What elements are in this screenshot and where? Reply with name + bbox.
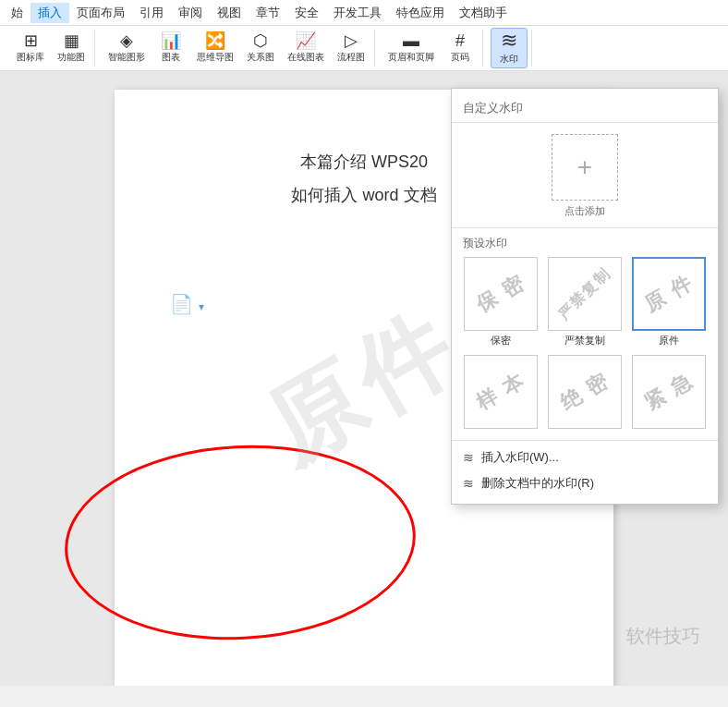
- function-map-icon: ▦: [64, 32, 79, 49]
- icon-library-icon: ⊞: [24, 32, 38, 49]
- mindmap-label: 思维导图: [197, 51, 234, 64]
- toolbar-btn-watermark[interactable]: ≋ 水印: [491, 28, 528, 68]
- preset-text-yuanjian: 原 件: [640, 269, 699, 319]
- preset-item-baomi[interactable]: 保 密 保密: [461, 257, 540, 347]
- menubar-item-chapter[interactable]: 章节: [249, 3, 287, 23]
- menubar-item-insert[interactable]: 插入: [30, 3, 69, 23]
- menubar-item-devtools[interactable]: 开发工具: [326, 3, 389, 23]
- preset-text-juemi: 绝 密: [555, 367, 614, 417]
- header-footer-label: 页眉和页脚: [388, 51, 434, 64]
- preset-text-yanjinfuzhi: 严禁复制: [554, 263, 615, 324]
- delete-watermark-label: 删除文档中的水印(R): [481, 475, 594, 492]
- chart-label: 图表: [162, 51, 180, 64]
- dropdown-divider: [452, 440, 718, 441]
- toolbar-btn-mindmap[interactable]: 🔀 思维导图: [191, 30, 239, 66]
- toolbar-group-icons: ⊞ 图标库 ▦ 功能图: [7, 30, 95, 67]
- preset-item-jinji[interactable]: 紧 急: [630, 355, 709, 429]
- preset-label-yanjinfuzhi: 严禁复制: [564, 334, 605, 347]
- menubar-item-review[interactable]: 审阅: [171, 3, 210, 23]
- preset-item-juemi[interactable]: 绝 密: [545, 355, 624, 429]
- menubar-item-assistant[interactable]: 文档助手: [452, 3, 515, 23]
- icon-library-label: 图标库: [17, 51, 44, 64]
- menubar-item-security[interactable]: 安全: [287, 3, 326, 23]
- preset-text-jinji: 紧 急: [640, 367, 699, 417]
- preset-item-yanjinfuzhi[interactable]: 严禁复制 严禁复制: [545, 257, 624, 347]
- preset-box-yuanjian: 原 件: [632, 257, 706, 331]
- preset-box-jinji: 紧 急: [632, 355, 706, 429]
- add-plus-icon: +: [577, 154, 592, 180]
- preset-box-yangben: 样 本: [464, 355, 538, 429]
- file-icon-symbol: 📄: [170, 294, 193, 314]
- chart-icon: 📊: [161, 32, 181, 49]
- add-watermark-label: 点击添加: [564, 204, 605, 218]
- watermark-icon: ≋: [501, 30, 517, 51]
- preset-box-juemi: 绝 密: [548, 355, 622, 429]
- relation-label: 关系图: [247, 51, 274, 64]
- preset-label-yuanjian: 原件: [659, 334, 679, 347]
- toolbar-btn-online-chart[interactable]: 📈 在线图表: [282, 30, 330, 66]
- custom-watermark-section: + 点击添加: [452, 130, 718, 228]
- add-watermark-button[interactable]: +: [552, 134, 618, 201]
- file-icon[interactable]: 📄 ▾: [170, 293, 204, 315]
- menubar-item-features[interactable]: 特色应用: [389, 3, 452, 23]
- watermark-label: 水印: [500, 53, 518, 66]
- toolbar-btn-smart-shape[interactable]: ◈ 智能图形: [103, 30, 151, 66]
- menubar-item-layout[interactable]: 页面布局: [69, 3, 132, 23]
- toolbar-btn-icon-library[interactable]: ⊞ 图标库: [11, 30, 50, 66]
- page-number-label: 页码: [451, 51, 469, 64]
- menubar-item-reference[interactable]: 引用: [132, 3, 171, 23]
- toolbar-row: ⊞ 图标库 ▦ 功能图 ◈ 智能图形 📊 图表 🔀 思维导图 ⬡: [7, 30, 721, 67]
- toolbar: ⊞ 图标库 ▦ 功能图 ◈ 智能图形 📊 图表 🔀 思维导图 ⬡: [0, 26, 728, 71]
- toolbar-btn-chart[interactable]: 📊 图表: [152, 30, 189, 66]
- insert-watermark-label: 插入水印(W)...: [481, 449, 559, 466]
- toolbar-btn-header-footer[interactable]: ▬ 页眉和页脚: [382, 30, 440, 66]
- menubar: 始 插入 页面布局 引用 审阅 视图 章节 安全 开发工具 特色应用 文档助手: [0, 0, 728, 26]
- flowchart-icon: ▷: [345, 32, 358, 49]
- flowchart-label: 流程图: [337, 51, 365, 64]
- toolbar-group-watermark: ≋ 水印: [487, 30, 532, 67]
- page-number-icon: #: [455, 32, 465, 49]
- dropdown-menu-delete-watermark[interactable]: ≋ 删除文档中的水印(R): [452, 470, 718, 496]
- delete-watermark-icon: ≋: [463, 476, 474, 491]
- dropdown-menu-insert-watermark[interactable]: ≋ 插入水印(W)...: [452, 445, 718, 470]
- smart-shape-icon: ◈: [120, 32, 133, 49]
- document-watermark: 原件: [245, 283, 483, 493]
- preset-box-yanjinfuzhi: 严禁复制: [548, 257, 622, 331]
- preset-label-baomi: 保密: [491, 334, 511, 347]
- software-label: 软件技巧: [626, 624, 700, 649]
- preset-box-baomi: 保 密: [464, 257, 538, 331]
- menubar-item-view[interactable]: 视图: [210, 3, 249, 23]
- online-chart-icon: 📈: [296, 32, 316, 49]
- preset-item-yuanjian[interactable]: 原 件 原件: [630, 257, 709, 347]
- toolbar-btn-page-number[interactable]: # 页码: [442, 30, 479, 66]
- menubar-item-start[interactable]: 始: [4, 3, 30, 23]
- header-footer-icon: ▬: [403, 32, 419, 49]
- insert-watermark-icon: ≋: [463, 450, 474, 465]
- preset-text-baomi: 保 密: [471, 269, 530, 319]
- toolbar-btn-flowchart[interactable]: ▷ 流程图: [332, 30, 370, 66]
- preset-text-yangben: 样 本: [471, 367, 530, 417]
- preset-grid-row1: 保 密 保密 严禁复制 严禁复制 原 件 原件: [452, 257, 718, 355]
- toolbar-group-diagram: ◈ 智能图形 📊 图表 🔀 思维导图 ⬡ 关系图 📈 在线图表 ▷ 流程图: [99, 30, 375, 67]
- mindmap-icon: 🔀: [205, 32, 225, 49]
- watermark-dropdown: 自定义水印 + 点击添加 预设水印 保 密 保密 严禁复制 严禁复制 原 件: [451, 88, 719, 505]
- toolbar-btn-function-map[interactable]: ▦ 功能图: [52, 30, 91, 66]
- preset-section-title: 预设水印: [452, 236, 718, 257]
- file-icon-dropdown: ▾: [199, 300, 204, 313]
- preset-item-yangben[interactable]: 样 本: [461, 355, 540, 429]
- function-map-label: 功能图: [57, 51, 85, 64]
- online-chart-label: 在线图表: [287, 51, 324, 64]
- toolbar-group-header: ▬ 页眉和页脚 # 页码: [379, 30, 483, 67]
- smart-shape-label: 智能图形: [108, 51, 145, 64]
- toolbar-btn-relation[interactable]: ⬡ 关系图: [241, 30, 280, 66]
- dropdown-title: 自定义水印: [452, 96, 718, 123]
- relation-icon: ⬡: [253, 32, 268, 49]
- preset-grid-row2: 样 本 绝 密 紧 急: [452, 355, 718, 436]
